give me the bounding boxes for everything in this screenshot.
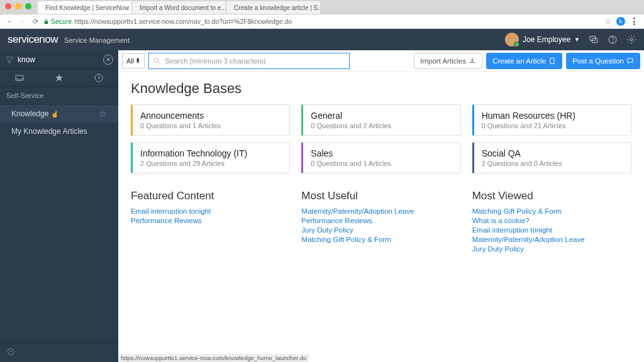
article-link[interactable]: What is a cookie? — [472, 217, 631, 224]
viewed-column: Most Viewed Matching Gift Policy & FormW… — [472, 190, 631, 255]
kb-card-title: Announcements — [140, 111, 282, 121]
tab-title: Create a knowledge article | S... — [234, 4, 321, 11]
kb-card[interactable]: Announcements0 Questions and 1 Articles — [131, 104, 290, 136]
profile-icon[interactable]: b — [616, 17, 625, 26]
reload-icon[interactable]: ⟳ — [33, 18, 38, 26]
svg-point-7 — [11, 351, 11, 352]
svg-rect-9 — [550, 58, 554, 63]
nav-buttons[interactable]: ← → ⟳ — [6, 18, 38, 26]
star-icon[interactable] — [54, 73, 64, 83]
kb-card[interactable]: Information Technology (IT)2 Questions a… — [131, 142, 290, 173]
svg-point-3 — [613, 41, 613, 42]
search-box[interactable] — [148, 53, 350, 69]
target-icon — [6, 347, 16, 356]
kb-card-sub: 0 Questions and 21 Articles — [482, 122, 623, 129]
filter-input[interactable]: know — [18, 55, 99, 64]
sidebar-item-label: My Knowledge Articles — [11, 127, 87, 136]
import-icon — [469, 57, 476, 65]
history-icon[interactable] — [94, 73, 104, 83]
chat-icon[interactable] — [589, 35, 599, 45]
kb-card-title: General — [311, 111, 452, 121]
chevron-down-icon: ▼ — [574, 36, 580, 43]
kb-card-sub: 0 Questions and 1 Articles — [140, 122, 282, 129]
page-title: Knowledge Bases — [131, 80, 631, 97]
article-link[interactable]: Email interruption tonight — [131, 207, 290, 215]
sidebar-section: Self-Service — [0, 87, 118, 105]
kb-card-sub: 2 Questions and 0 Articles — [482, 160, 623, 167]
forward-icon[interactable]: → — [19, 18, 26, 26]
status-bar: https://nowsupporttv1.service-now.com/kn… — [118, 354, 309, 362]
minimize-window-icon[interactable] — [15, 3, 21, 9]
kb-card-title: Human Resources (HR) — [482, 111, 623, 121]
help-icon[interactable] — [608, 35, 618, 45]
article-link[interactable]: Performance Reviews — [131, 217, 290, 224]
tab-title: Find Knowledge | ServiceNow — [45, 4, 129, 11]
user-name: Joe Employee — [523, 35, 570, 44]
content-toolbar: All▲▼ Import Articles Create an Article … — [118, 50, 644, 72]
create-article-button[interactable]: Create an Article — [486, 53, 562, 69]
useful-column: Most Useful Maternity/Paternity/Adoption… — [301, 190, 460, 255]
browser-tab[interactable]: Import a Word document to e...× — [132, 1, 226, 14]
article-link[interactable]: Email interruption tonight — [472, 226, 631, 234]
sidebar-footer[interactable] — [0, 343, 118, 362]
article-link[interactable]: Maternity/Paternity/Adoption Leave — [472, 236, 631, 243]
import-articles-button[interactable]: Import Articles — [414, 53, 482, 69]
chat-bubble-icon — [626, 57, 634, 65]
kb-card[interactable]: Sales0 Questions and 1 Articles — [301, 142, 460, 173]
inbox-icon[interactable] — [14, 73, 25, 83]
document-icon — [548, 57, 556, 65]
kb-card[interactable]: Social QA2 Questions and 0 Articles — [472, 142, 631, 173]
secure-badge: Secure — [43, 18, 72, 25]
filter-icon[interactable] — [5, 55, 14, 64]
user-menu[interactable]: Joe Employee ▼ — [505, 33, 580, 47]
kb-card[interactable]: General0 Questions and 2 Articles — [301, 104, 460, 136]
featured-column: Featured Content Email interruption toni… — [131, 190, 290, 255]
kb-card-sub: 2 Questions and 29 Articles — [140, 160, 282, 167]
gear-icon[interactable] — [626, 35, 636, 45]
clear-filter-icon[interactable]: ✕ — [103, 55, 113, 65]
lock-icon — [43, 19, 49, 25]
kb-card-title: Social QA — [482, 148, 623, 158]
logo[interactable]: servicenow Service Management — [8, 33, 130, 46]
sidebar: know ✕ Self-Service Knowledge ☝ My Knowl… — [0, 50, 118, 362]
tab-title: Import a Word document to e... — [140, 4, 226, 11]
sidebar-item-label: Knowledge — [11, 109, 48, 118]
column-heading: Most Viewed — [472, 190, 631, 202]
column-heading: Most Useful — [301, 190, 460, 202]
browser-tabstrip: Find Knowledge | ServiceNow× Import a Wo… — [0, 0, 644, 14]
svg-point-4 — [630, 38, 633, 41]
post-question-button[interactable]: Post a Question — [566, 53, 640, 69]
app-header: servicenow Service Management Joe Employ… — [0, 29, 644, 50]
kb-card[interactable]: Human Resources (HR)0 Questions and 21 A… — [472, 104, 631, 136]
article-link[interactable]: Jury Duty Policy — [301, 226, 460, 234]
url-field[interactable]: Secure https://nowsupporttv1.service-now… — [43, 18, 599, 25]
favorite-star-icon[interactable] — [99, 110, 107, 118]
article-link[interactable]: Jury Duty Policy — [472, 245, 631, 253]
close-window-icon[interactable] — [5, 3, 11, 9]
cursor-icon: ☝ — [51, 111, 58, 118]
article-link[interactable]: Performance Reviews — [301, 217, 460, 224]
sidebar-item-my-articles[interactable]: My Knowledge Articles — [0, 123, 118, 140]
search-input[interactable] — [165, 57, 345, 65]
article-link[interactable]: Maternity/Paternity/Adoption Leave — [301, 207, 460, 215]
back-icon[interactable]: ← — [6, 18, 13, 26]
kb-card-title: Sales — [311, 148, 452, 158]
chrome-menu-icon[interactable] — [630, 18, 638, 25]
article-link[interactable]: Matching Gift Policy & Form — [472, 207, 631, 215]
search-icon — [153, 57, 162, 65]
maximize-window-icon[interactable] — [25, 3, 31, 9]
kb-card-title: Information Technology (IT) — [140, 148, 282, 158]
url-text: https://nowsupporttv1.service-now.com/na… — [74, 18, 292, 25]
svg-point-8 — [154, 58, 158, 62]
browser-tab[interactable]: Find Knowledge | ServiceNow× — [38, 1, 132, 14]
scope-select[interactable]: All▲▼ — [122, 53, 145, 69]
logo-subtitle: Service Management — [64, 36, 130, 44]
browser-tab[interactable]: Create a knowledge article | S...× — [226, 1, 321, 14]
window-controls[interactable] — [5, 3, 31, 9]
main-content: All▲▼ Import Articles Create an Article … — [118, 50, 644, 362]
sidebar-item-knowledge[interactable]: Knowledge ☝ — [0, 105, 118, 123]
column-heading: Featured Content — [131, 190, 290, 202]
article-link[interactable]: Matching Gift Policy & Form — [301, 236, 460, 243]
address-bar: ← → ⟳ Secure https://nowsupporttv1.servi… — [0, 14, 644, 29]
bookmark-icon[interactable]: ☆ — [604, 17, 611, 26]
